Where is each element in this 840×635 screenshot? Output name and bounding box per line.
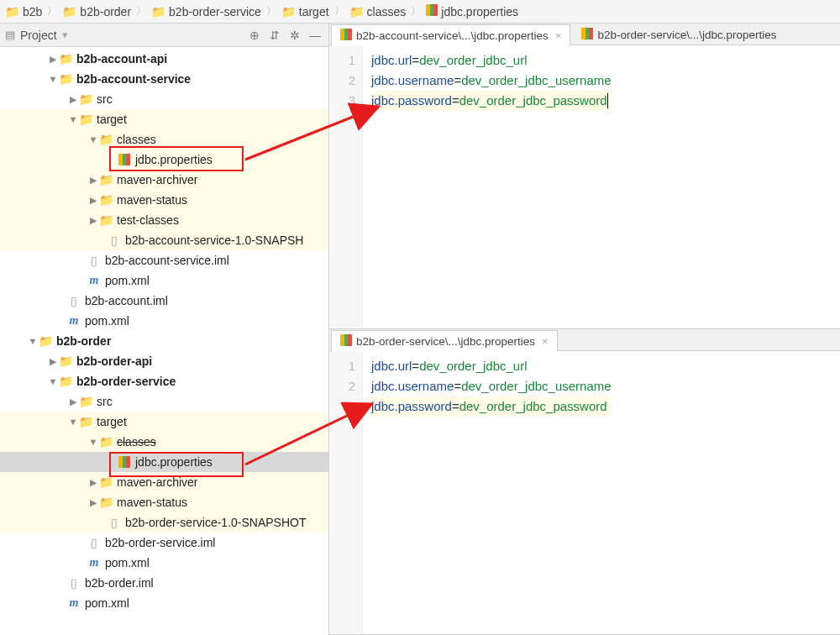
editor-body-top[interactable]: 123 jdbc.url=dev_order_jdbc_url jdbc.use… xyxy=(329,45,840,328)
tree-node-jdbc-1[interactable]: jdbc.properties xyxy=(0,150,328,170)
editor-area: b2b-account-service\...\jdbc.properties×… xyxy=(329,24,840,635)
tree-node-snapshot-account[interactable]: ▯b2b-account-service-1.0-SNAPSH xyxy=(0,230,328,250)
crumb-target[interactable]: 📁target xyxy=(278,5,333,18)
editor-body-bottom[interactable]: 12 jdbc.url=dev_order_jdbc_url jdbc.user… xyxy=(329,351,840,634)
editor-tabs-bottom: b2b-order-service\...\jdbc.properties× xyxy=(329,329,840,351)
project-tree[interactable]: ▶📁b2b-account-api ▼📁b2b-account-service … xyxy=(0,47,328,635)
locate-icon[interactable]: ⊕ xyxy=(246,27,263,44)
tree-node-account-service[interactable]: ▼📁b2b-account-service xyxy=(0,69,328,89)
tab-order-jdbc[interactable]: b2b-order-service\...\jdbc.properties xyxy=(572,24,785,45)
gutter: 123 xyxy=(329,45,363,328)
tree-node-account-iml[interactable]: ▯b2b-account-service.iml xyxy=(0,250,328,270)
tree-node-src-2[interactable]: ▶📁src xyxy=(0,391,328,412)
project-panel: ▤ Project ▾ ⊕ ⇵ ✲ — ▶📁b2b-account-api ▼📁… xyxy=(0,24,329,635)
gutter: 12 xyxy=(329,351,363,634)
panel-title[interactable]: Project xyxy=(20,29,57,42)
editor-tabs-top: b2b-account-service\...\jdbc.properties×… xyxy=(329,24,840,45)
close-icon[interactable]: × xyxy=(542,335,549,348)
code-area-bottom[interactable]: jdbc.url=dev_order_jdbc_url jdbc.usernam… xyxy=(363,351,620,634)
tree-node-b2b-order[interactable]: ▼📁b2b-order xyxy=(0,331,328,351)
tree-node-order-service[interactable]: ▼📁b2b-order-service xyxy=(0,371,328,391)
expand-icon[interactable]: ⇵ xyxy=(266,27,283,44)
text-caret xyxy=(607,93,608,108)
tree-node-pom-2[interactable]: mpom.xml xyxy=(0,311,328,331)
tree-node-b2b-order-iml[interactable]: ▯b2b-order.iml xyxy=(0,573,328,593)
tree-node-order-api[interactable]: ▶📁b2b-order-api xyxy=(0,351,328,371)
tree-node-order-iml[interactable]: ▯b2b-order-service.iml xyxy=(0,533,328,553)
crumb-classes[interactable]: 📁classes xyxy=(346,5,410,18)
editor-pane-bottom: b2b-order-service\...\jdbc.properties× 1… xyxy=(329,329,840,635)
crumb-file[interactable]: jdbc.properties xyxy=(423,4,522,18)
tree-node-maven-status[interactable]: ▶📁maven-status xyxy=(0,190,328,210)
tree-node-pom-1[interactable]: mpom.xml xyxy=(0,270,328,291)
tree-node-pom-4[interactable]: mpom.xml xyxy=(0,593,328,613)
tree-node-src[interactable]: ▶📁src xyxy=(0,89,328,109)
hide-icon[interactable]: — xyxy=(307,27,323,44)
tree-node-classes-2[interactable]: ▼📁classes xyxy=(0,432,328,452)
tree-node-b2b-account-iml[interactable]: ▯b2b-account.iml xyxy=(0,291,328,311)
tree-node-maven-status-2[interactable]: ▶📁maven-status xyxy=(0,492,328,512)
close-icon[interactable]: × xyxy=(555,29,562,42)
project-toolbar: ▤ Project ▾ ⊕ ⇵ ✲ — xyxy=(0,24,328,47)
tree-node-maven-archiver-2[interactable]: ▶📁maven-archiver xyxy=(0,472,328,492)
tab-order-jdbc-2[interactable]: b2b-order-service\...\jdbc.properties× xyxy=(331,330,558,351)
tree-node-maven-archiver[interactable]: ▶📁maven-archiver xyxy=(0,170,328,190)
tree-node-pom-3[interactable]: mpom.xml xyxy=(0,553,328,573)
tree-node-account-api[interactable]: ▶📁b2b-account-api xyxy=(0,49,328,69)
tree-node-jdbc-2[interactable]: jdbc.properties xyxy=(0,452,328,472)
code-area-top[interactable]: jdbc.url=dev_order_jdbc_url jdbc.usernam… xyxy=(363,45,620,328)
tool-window-icon[interactable]: ▤ xyxy=(5,29,17,41)
tree-node-target-2[interactable]: ▼📁target xyxy=(0,412,328,432)
crumb-b2b-order[interactable]: 📁b2b-order xyxy=(59,5,134,18)
gear-icon[interactable]: ✲ xyxy=(286,27,303,44)
tree-node-test-classes[interactable]: ▶📁test-classes xyxy=(0,210,328,230)
tab-account-jdbc[interactable]: b2b-account-service\...\jdbc.properties× xyxy=(331,24,570,45)
tree-node-classes[interactable]: ▼📁classes xyxy=(0,129,328,150)
crumb-b2b[interactable]: 📁b2b xyxy=(2,5,45,18)
editor-pane-top: b2b-account-service\...\jdbc.properties×… xyxy=(329,24,840,329)
tree-node-target[interactable]: ▼📁target xyxy=(0,109,328,129)
tree-node-snapshot-order[interactable]: ▯b2b-order-service-1.0-SNAPSHOT xyxy=(0,512,328,533)
crumb-service[interactable]: 📁b2b-order-service xyxy=(148,5,265,18)
breadcrumb-bar: 📁b2b〉 📁b2b-order〉 📁b2b-order-service〉 📁t… xyxy=(0,0,840,24)
